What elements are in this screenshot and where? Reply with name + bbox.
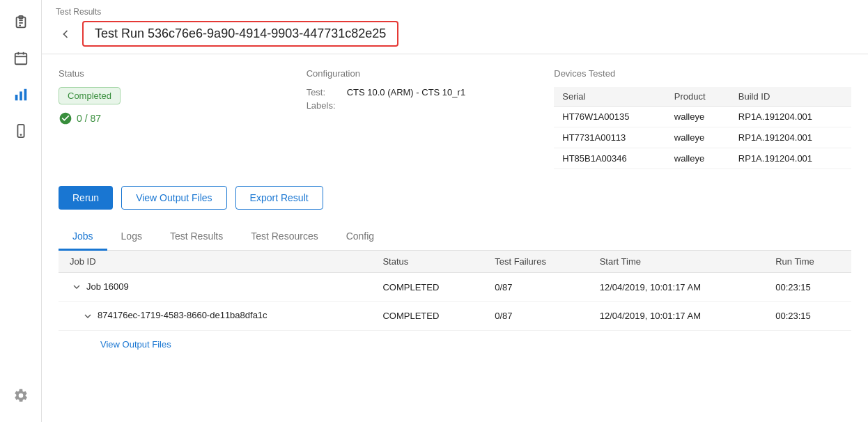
sidebar-item-calendar[interactable] bbox=[6, 43, 36, 74]
pass-count-value: 0 / 87 bbox=[77, 113, 101, 124]
svg-rect-5 bbox=[15, 54, 26, 65]
svg-rect-9 bbox=[15, 95, 17, 100]
status-title: Status bbox=[59, 68, 307, 79]
job-run-time: 00:23:15 bbox=[764, 302, 851, 330]
tab-jobs[interactable]: Jobs bbox=[59, 224, 107, 251]
table-row: HT76W1A00135 walleye RP1A.191204.001 bbox=[554, 107, 851, 127]
pass-count: 0 / 87 bbox=[59, 111, 307, 125]
action-buttons: Rerun View Output Files Export Result bbox=[59, 186, 851, 210]
job-status: COMPLETED bbox=[371, 302, 483, 330]
device-product: walleye bbox=[666, 127, 730, 148]
status-badge: Completed bbox=[59, 87, 121, 104]
page-title: Test Run 536c76e6-9a90-4914-9903-447731c… bbox=[82, 21, 398, 47]
table-row: Job 16009 COMPLETED 0/87 12/04/2019, 10:… bbox=[59, 273, 851, 302]
svg-rect-11 bbox=[24, 89, 26, 101]
content-area: Status Completed 0 / 87 Configuration Te… bbox=[42, 54, 868, 422]
breadcrumb: Test Results bbox=[56, 7, 854, 17]
jobs-col-status: Status bbox=[371, 251, 483, 273]
expand-button[interactable] bbox=[70, 280, 84, 294]
device-serial: HT76W1A00135 bbox=[554, 107, 666, 127]
job-failures: 0/87 bbox=[483, 302, 589, 330]
jobs-col-failures: Test Failures bbox=[483, 251, 589, 273]
job-status: COMPLETED bbox=[371, 273, 483, 302]
jobs-col-start: Start Time bbox=[589, 251, 764, 273]
sidebar-item-clipboard[interactable] bbox=[6, 7, 36, 38]
config-labels-row: Labels: bbox=[307, 100, 555, 111]
status-block: Status Completed 0 / 87 bbox=[59, 68, 307, 169]
device-build: RP1A.191204.001 bbox=[730, 127, 851, 148]
devices-title: Devices Tested bbox=[554, 68, 851, 79]
device-product: walleye bbox=[666, 148, 730, 169]
job-start-time: 12/04/2019, 10:01:17 AM bbox=[589, 273, 764, 302]
job-id: Job 16009 bbox=[59, 273, 371, 302]
header: Test Results Test Run 536c76e6-9a90-4914… bbox=[42, 0, 868, 54]
title-row: Test Run 536c76e6-9a90-4914-9903-447731c… bbox=[56, 21, 854, 47]
device-build: RP1A.191204.001 bbox=[730, 148, 851, 169]
sidebar-item-settings[interactable] bbox=[6, 380, 36, 411]
table-row: HT7731A00113 walleye RP1A.191204.001 bbox=[554, 127, 851, 148]
jobs-table: Job ID Status Test Failures Start Time R… bbox=[59, 251, 851, 331]
device-serial: HT7731A00113 bbox=[554, 127, 666, 148]
config-labels-label: Labels: bbox=[307, 100, 341, 111]
jobs-col-id: Job ID bbox=[59, 251, 371, 273]
tabs: JobsLogsTest ResultsTest ResourcesConfig bbox=[59, 224, 851, 251]
table-row: 874176ec-1719-4583-8660-de11ba8dfa1c COM… bbox=[59, 302, 851, 330]
tab-config[interactable]: Config bbox=[332, 224, 388, 251]
table-row: HT85B1A00346 walleye RP1A.191204.001 bbox=[554, 148, 851, 169]
jobs-col-runtime: Run Time bbox=[764, 251, 851, 273]
rerun-button[interactable]: Rerun bbox=[59, 186, 113, 210]
devices-table: Serial Product Build ID HT76W1A00135 wal… bbox=[554, 87, 851, 169]
device-serial: HT85B1A00346 bbox=[554, 148, 666, 169]
job-run-time: 00:23:15 bbox=[764, 273, 851, 302]
job-start-time: 12/04/2019, 10:01:17 AM bbox=[589, 302, 764, 330]
sidebar-item-chart[interactable] bbox=[6, 79, 36, 110]
config-test-label: Test: bbox=[307, 87, 341, 97]
config-title: Configuration bbox=[307, 68, 555, 79]
config-test-row: Test: CTS 10.0 (ARM) - CTS 10_r1 bbox=[307, 87, 555, 97]
back-button[interactable] bbox=[56, 24, 75, 44]
view-output-files-link[interactable]: View Output Files bbox=[100, 334, 171, 355]
view-output-button[interactable]: View Output Files bbox=[121, 186, 226, 210]
svg-rect-10 bbox=[20, 91, 22, 100]
main-content: Test Results Test Run 536c76e6-9a90-4914… bbox=[42, 0, 868, 422]
device-build: RP1A.191204.001 bbox=[730, 107, 851, 127]
job-id: 874176ec-1719-4583-8660-de11ba8dfa1c bbox=[59, 302, 371, 330]
devices-block: Devices Tested Serial Product Build ID H… bbox=[554, 68, 851, 169]
sidebar bbox=[0, 0, 42, 422]
tab-logs[interactable]: Logs bbox=[107, 224, 156, 251]
devices-col-serial: Serial bbox=[554, 87, 666, 107]
job-failures: 0/87 bbox=[483, 273, 589, 302]
tab-test-resources[interactable]: Test Resources bbox=[237, 224, 332, 251]
config-test-value: CTS 10.0 (ARM) - CTS 10_r1 bbox=[347, 87, 466, 97]
devices-col-build: Build ID bbox=[730, 87, 851, 107]
tab-test-results[interactable]: Test Results bbox=[156, 224, 237, 251]
sidebar-item-device[interactable] bbox=[6, 116, 36, 146]
device-product: walleye bbox=[666, 107, 730, 127]
devices-col-product: Product bbox=[666, 87, 730, 107]
config-block: Configuration Test: CTS 10.0 (ARM) - CTS… bbox=[307, 68, 555, 169]
export-button[interactable]: Export Result bbox=[235, 186, 323, 210]
info-section: Status Completed 0 / 87 Configuration Te… bbox=[59, 68, 851, 169]
expand-button[interactable] bbox=[81, 308, 95, 322]
